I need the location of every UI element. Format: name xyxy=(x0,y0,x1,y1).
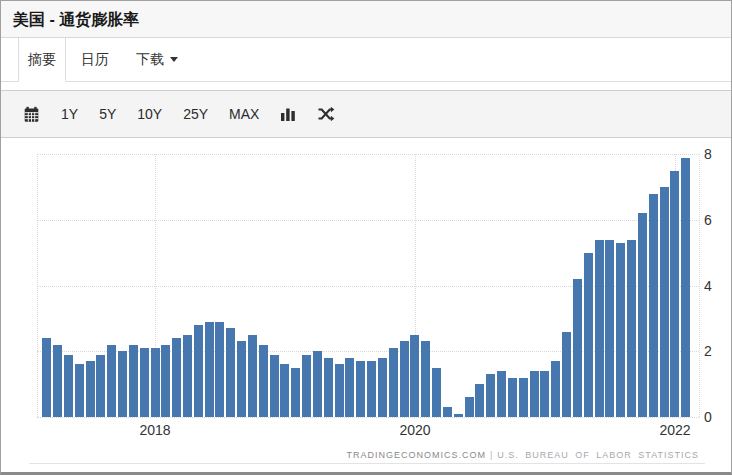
tab-summary-label: 摘要 xyxy=(28,51,56,69)
bar[interactable] xyxy=(627,240,636,417)
bar[interactable] xyxy=(616,243,625,417)
plot-border-left xyxy=(37,154,38,417)
gridline-y-6 xyxy=(37,220,699,221)
bar[interactable] xyxy=(356,361,365,417)
range-button-1y[interactable]: 1Y xyxy=(61,106,78,122)
bar[interactable] xyxy=(313,351,322,417)
tab-summary[interactable]: 摘要 xyxy=(18,38,66,82)
page-title: 美国 - 通货膨胀率 xyxy=(13,11,139,28)
x-axis-tick-label: 2022 xyxy=(659,422,690,438)
bar[interactable] xyxy=(270,355,279,417)
bar[interactable] xyxy=(161,345,170,417)
bar[interactable] xyxy=(367,361,376,417)
inflation-bar-chart: 02468201820202022 xyxy=(1,138,731,473)
bar[interactable] xyxy=(324,358,333,417)
bar[interactable] xyxy=(486,374,495,417)
bar[interactable] xyxy=(86,361,95,417)
bar[interactable] xyxy=(53,345,62,417)
bar[interactable] xyxy=(42,338,51,417)
tab-download[interactable]: 下载 xyxy=(124,38,190,81)
chart-toolbar: 1Y 5Y 10Y 25Y MAX xyxy=(1,90,731,138)
y-axis-tick-label: 0 xyxy=(704,409,712,425)
inflation-widget-window: 美国 - 通货膨胀率 摘要 日历 下载 1Y 5Y 10Y 25Y MAX xyxy=(0,0,732,475)
tab-calendar[interactable]: 日历 xyxy=(69,38,121,81)
gridline-y-8 xyxy=(37,154,699,155)
bar[interactable] xyxy=(118,351,127,417)
range-button-max[interactable]: MAX xyxy=(229,106,259,122)
y-axis-tick-label: 4 xyxy=(704,278,712,294)
bar[interactable] xyxy=(183,335,192,417)
bar[interactable] xyxy=(335,364,344,417)
chart-attribution: TRADINGECONOMICS.COM|U.S. BUREAU OF LABO… xyxy=(346,450,699,460)
bar[interactable] xyxy=(75,364,84,417)
attribution-separator: | xyxy=(486,450,497,460)
bar[interactable] xyxy=(475,384,484,417)
plot-border-right xyxy=(699,154,700,417)
bar[interactable] xyxy=(194,325,203,417)
x-axis-tick-label: 2020 xyxy=(399,422,430,438)
range-button-10y[interactable]: 10Y xyxy=(137,106,162,122)
bar[interactable] xyxy=(107,345,116,417)
bar[interactable] xyxy=(259,345,268,417)
bar[interactable] xyxy=(205,322,214,417)
bar-chart-icon[interactable] xyxy=(280,106,296,122)
bar[interactable] xyxy=(649,194,658,417)
tab-calendar-label: 日历 xyxy=(81,51,109,69)
bar[interactable] xyxy=(410,335,419,417)
bar[interactable] xyxy=(129,345,138,417)
bar[interactable] xyxy=(454,414,463,417)
bar[interactable] xyxy=(400,341,409,417)
bar[interactable] xyxy=(519,378,528,417)
bar[interactable] xyxy=(508,378,517,417)
bar[interactable] xyxy=(605,240,614,417)
range-button-25y[interactable]: 25Y xyxy=(183,106,208,122)
bar[interactable] xyxy=(64,355,73,417)
bar[interactable] xyxy=(96,355,105,417)
title-bar: 美国 - 通货膨胀率 xyxy=(1,1,731,38)
bar[interactable] xyxy=(421,341,430,417)
gridline-y-0 xyxy=(37,417,699,418)
bar[interactable] xyxy=(638,213,647,417)
bar[interactable] xyxy=(345,358,354,417)
bar[interactable] xyxy=(432,368,441,417)
bar[interactable] xyxy=(302,355,311,417)
shuffle-icon[interactable] xyxy=(317,106,335,122)
x-axis-tick-label: 2018 xyxy=(139,422,170,438)
range-button-5y[interactable]: 5Y xyxy=(99,106,116,122)
bar[interactable] xyxy=(140,348,149,417)
bar[interactable] xyxy=(540,371,549,417)
bar[interactable] xyxy=(151,348,160,417)
bar[interactable] xyxy=(172,338,181,417)
bar[interactable] xyxy=(551,361,560,417)
attribution-provider: U.S. BUREAU OF LABOR STATISTICS xyxy=(497,450,699,460)
bar[interactable] xyxy=(378,358,387,417)
bar[interactable] xyxy=(660,187,669,417)
bar[interactable] xyxy=(443,407,452,417)
attribution-source: TRADINGECONOMICS.COM xyxy=(346,450,486,460)
bar[interactable] xyxy=(497,371,506,417)
tab-bar: 摘要 日历 下载 xyxy=(1,38,731,82)
bar[interactable] xyxy=(562,332,571,417)
bar[interactable] xyxy=(237,341,246,417)
bar[interactable] xyxy=(681,158,690,417)
bar[interactable] xyxy=(584,253,593,417)
bar[interactable] xyxy=(226,328,235,417)
y-axis-tick-label: 8 xyxy=(704,146,712,162)
bar[interactable] xyxy=(291,368,300,417)
bar[interactable] xyxy=(465,397,474,417)
y-axis-tick-label: 6 xyxy=(704,212,712,228)
calendar-icon[interactable] xyxy=(23,106,40,123)
caret-down-icon xyxy=(170,57,178,62)
bar[interactable] xyxy=(530,371,539,417)
chart-bottom-divider xyxy=(29,463,705,464)
bar[interactable] xyxy=(389,348,398,417)
y-axis-tick-label: 2 xyxy=(704,343,712,359)
bar[interactable] xyxy=(215,322,224,417)
bar[interactable] xyxy=(573,279,582,417)
bar[interactable] xyxy=(248,335,257,417)
bar[interactable] xyxy=(280,364,289,417)
bar[interactable] xyxy=(670,171,679,417)
tab-download-label: 下载 xyxy=(136,51,164,69)
bar[interactable] xyxy=(595,240,604,417)
